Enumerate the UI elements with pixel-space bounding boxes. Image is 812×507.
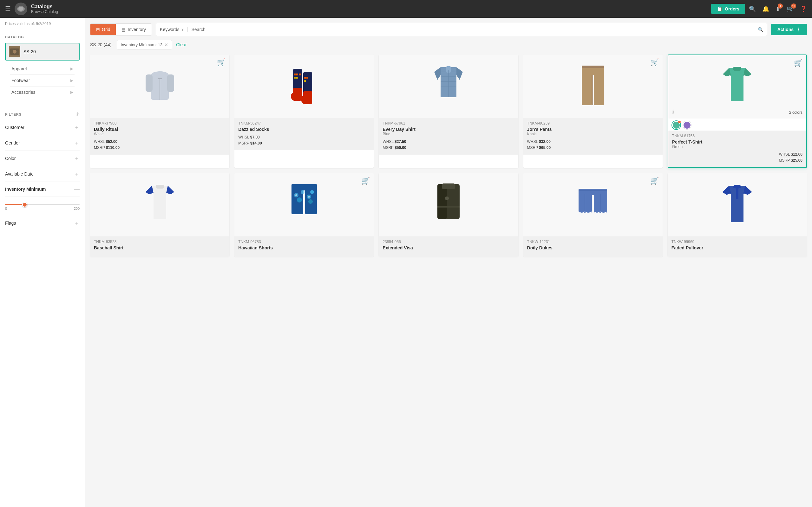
pants-image (578, 62, 607, 110)
apparel-label: Apparel (11, 66, 27, 71)
product-prices: WHSL $52.00 MSRP $110.00 (94, 139, 225, 151)
color-count-label: 2 colors (789, 110, 803, 115)
catalog-item[interactable]: SS-20 (5, 43, 80, 60)
filter-inventory-min-minus-icon: — (74, 186, 80, 192)
product-sku: TNKW-99969 (671, 239, 803, 244)
product-color: White (94, 132, 225, 136)
search-input[interactable] (188, 27, 758, 32)
product-name: Jon's Pants (527, 127, 659, 132)
add-to-cart-icon[interactable]: 🛒 (650, 58, 659, 66)
filter-available-date[interactable]: Available Date ＋ (5, 166, 80, 182)
product-image-area: 🛒 (90, 55, 229, 118)
slider-fill (5, 204, 24, 205)
search-icon[interactable]: 🔍 (749, 5, 756, 12)
filter-tag-text: Inventory Minimum: 13 (121, 43, 163, 47)
product-info: TNKM-96783 Hawaiian Shorts (235, 236, 374, 257)
help-icon[interactable]: ❓ (800, 5, 807, 12)
product-sku: TNKM-81766 (672, 134, 803, 138)
footwear-arrow-icon: ▶ (70, 78, 73, 83)
filter-customer[interactable]: Customer ＋ (5, 120, 80, 135)
baseball-shirt-image (142, 181, 177, 228)
app-logo (14, 3, 27, 15)
product-image-area (379, 55, 518, 118)
inventory-icon: ▤ (121, 27, 125, 32)
catalog-section: CATALOG SS-20 Apparel ▶ Footwear (0, 30, 85, 106)
main-content: ⊞ Grid ▤ Inventory Keywords ▾ 🔍 Actions … (85, 18, 812, 507)
filter-flags[interactable]: Flags ＋ (5, 216, 80, 231)
product-image-area: 🛒 ℹ 2 colors (668, 55, 806, 118)
product-card: 🛒 TNKM-80239 Jon's Pan (523, 55, 663, 168)
add-to-cart-icon[interactable]: 🛒 (650, 177, 659, 185)
hamburger-icon[interactable]: ☰ (5, 5, 11, 13)
grid-view-button[interactable]: ⊞ Grid (90, 24, 116, 35)
apparel-arrow-icon: ▶ (70, 66, 73, 71)
svg-rect-62 (578, 193, 592, 213)
filter-tag-close-icon[interactable]: ✕ (164, 42, 168, 47)
svg-rect-14 (299, 73, 301, 75)
add-to-cart-icon[interactable]: 🛒 (217, 58, 225, 66)
filter-color[interactable]: Color ＋ (5, 151, 80, 166)
top-nav: ☰ Catalogs Browse Catalog 📋 Orders 🔍 🔔 ⬆… (0, 0, 812, 18)
add-to-cart-icon[interactable]: 🛒 (794, 59, 803, 67)
bell-icon[interactable]: 🔔 (762, 5, 769, 12)
add-to-cart-icon[interactable]: 🛒 (361, 177, 370, 185)
product-image-area: 🛒 (235, 173, 374, 236)
product-name: Dazzled Socks (238, 127, 370, 132)
accessories-label: Accessories (11, 90, 35, 95)
product-color: Khaki (527, 132, 659, 136)
swatch-purple[interactable] (683, 121, 691, 129)
share-icon[interactable]: ⬆ 1 (775, 5, 780, 12)
product-info: TNKM-81766 Perfect T-Shirt Green WHSL $1… (668, 130, 806, 167)
sidebar-item-apparel[interactable]: Apparel ▶ (10, 63, 74, 75)
product-info: TNKM-56247 Dazzled Socks WHSL $7.00 MSRP… (235, 118, 374, 150)
search-magnifier-icon: 🔍 (758, 27, 763, 32)
svg-rect-12 (294, 73, 296, 75)
clear-filters-button[interactable]: Clear (176, 42, 187, 47)
product-info: TNKW-12231 Doily Dukes (523, 236, 663, 257)
slider-thumb[interactable] (22, 202, 27, 207)
filters-reset-icon[interactable]: ✳ (75, 111, 80, 117)
product-card: 23854-056 Extended Visa (379, 173, 518, 257)
svg-marker-24 (456, 67, 463, 80)
product-info: TNKM-37980 Daily Ritual White WHSL $52.0… (90, 118, 229, 155)
swatch-green[interactable] (672, 121, 680, 129)
catalog-name: SS-20 (23, 49, 36, 54)
product-grid: 🛒 TNKM-37980 Daily Ritual White (90, 55, 807, 257)
keywords-dropdown[interactable]: Keywords ▾ (160, 27, 188, 32)
svg-rect-58 (442, 183, 455, 189)
inventory-filter-tag: Inventory Minimum: 13 ✕ (117, 40, 172, 49)
filter-gender[interactable]: Gender ＋ (5, 135, 80, 151)
cart-badge: 19 (791, 3, 796, 9)
slider-track (5, 204, 80, 205)
orders-button[interactable]: 📋 Orders (711, 4, 745, 14)
filter-customer-label: Customer (5, 125, 24, 130)
product-name: Perfect T-Shirt (672, 139, 803, 145)
product-info: TNKM-80239 Jon's Pants Khaki WHSL $32.00… (523, 118, 663, 155)
filter-inventory-minimum[interactable]: Inventory Minimum — (5, 182, 80, 196)
svg-rect-17 (303, 72, 312, 94)
sidebar-item-accessories[interactable]: Accessories ▶ (10, 87, 74, 98)
product-sku: TNKM-80239 (527, 121, 659, 125)
product-prices: WHSL $27.50 MSRP $50.00 (383, 139, 514, 151)
shirt-image (431, 62, 466, 110)
inventory-view-button[interactable]: ▤ Inventory (116, 24, 152, 35)
svg-marker-23 (434, 67, 441, 80)
inventory-slider[interactable]: 0 200 (5, 196, 80, 216)
svg-rect-6 (146, 74, 153, 92)
svg-rect-20 (306, 77, 308, 78)
product-info: TNKM-93523 Baseball Shirt (90, 236, 229, 257)
actions-button[interactable]: Actions ⋮ (771, 24, 807, 35)
info-icon[interactable]: ℹ (672, 109, 674, 115)
filter-date-plus-icon: ＋ (74, 170, 80, 178)
svg-rect-13 (296, 73, 298, 75)
jacket-image (142, 62, 177, 110)
svg-rect-19 (304, 77, 306, 78)
svg-rect-71 (736, 188, 739, 199)
sidebar-item-footwear[interactable]: Footwear ▶ (10, 75, 74, 87)
product-name: Baseball Shirt (94, 245, 225, 250)
svg-rect-34 (582, 66, 604, 68)
cart-icon[interactable]: 🛒 19 (786, 5, 794, 12)
product-card: TNKM-93523 Baseball Shirt (90, 173, 229, 257)
slider-labels: 0 200 (5, 207, 80, 210)
svg-rect-9 (158, 78, 162, 79)
